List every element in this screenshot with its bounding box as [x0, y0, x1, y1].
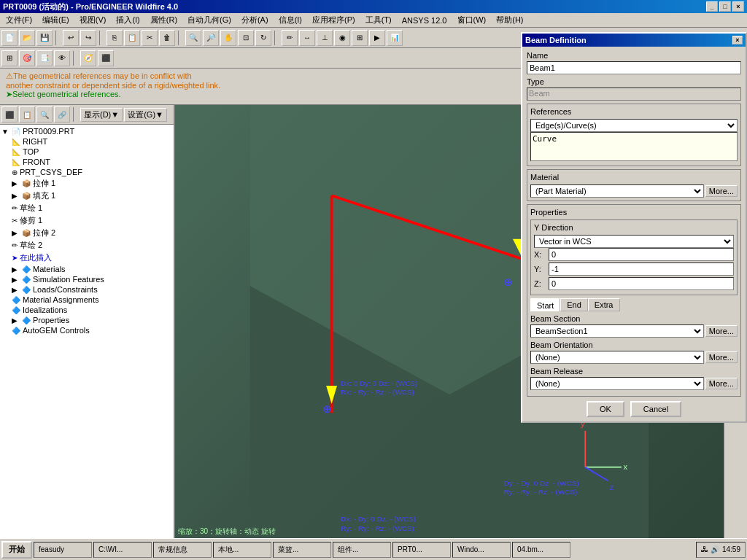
tb-del[interactable]: 🗑: [159, 30, 175, 46]
minimize-button[interactable]: _: [706, 1, 718, 12]
beam-orientation-more-button[interactable]: More...: [705, 351, 738, 363]
tree-lashen2[interactable]: ▶ 📦 拉伸 2: [1, 227, 172, 239]
tb2-view[interactable]: 👁: [54, 50, 70, 66]
y-coord-input[interactable]: [549, 262, 734, 276]
tree-insert[interactable]: ➤ 在此插入: [1, 252, 172, 264]
tb-zoom-in[interactable]: 🔍: [185, 30, 201, 46]
taskbar-local[interactable]: 本地...: [213, 542, 271, 558]
tab-start[interactable]: Start: [530, 298, 560, 311]
tb-dim[interactable]: ↔: [299, 30, 315, 46]
tb-undo[interactable]: ↩: [63, 30, 79, 46]
menu-auto[interactable]: 自动几何(G): [183, 13, 236, 27]
expand-materials[interactable]: ▶: [12, 265, 22, 273]
tb-section[interactable]: ◉: [334, 30, 350, 46]
settings-dropdown[interactable]: 设置(G)▼: [124, 108, 167, 122]
tree-xiujian1[interactable]: ✂ 修剪 1: [1, 214, 172, 227]
expand-root[interactable]: ▼: [1, 128, 12, 136]
lt-icon2[interactable]: 📋: [19, 106, 35, 122]
taskbar-general[interactable]: 常规信息: [153, 542, 212, 558]
menu-info[interactable]: 信息(I): [274, 13, 306, 27]
tb2-layer[interactable]: 📑: [36, 50, 53, 66]
tree-properties[interactable]: ▶ 🔷 Properties: [1, 315, 172, 325]
tb-rotate[interactable]: ↻: [255, 30, 271, 46]
curve-textarea[interactable]: Curve: [530, 132, 738, 161]
references-select[interactable]: Edge(s)/Curve(s): [530, 119, 738, 132]
tree-caohui1[interactable]: ✏ 草绘 1: [1, 202, 172, 214]
material-select[interactable]: (Part Material): [530, 184, 704, 198]
material-more-button[interactable]: More...: [705, 185, 738, 197]
taskbar-feasudy[interactable]: feasudy: [34, 542, 92, 558]
tb-pan[interactable]: ✋: [220, 30, 236, 46]
tab-end[interactable]: End: [560, 298, 588, 311]
taskbar-basket[interactable]: 菜篮...: [273, 542, 331, 558]
expand-simfeatures[interactable]: ▶: [12, 276, 22, 284]
menu-window[interactable]: 窗口(W): [453, 13, 491, 27]
tree-root[interactable]: ▼ 📄 PRT0009.PRT: [1, 126, 172, 136]
expand-properties[interactable]: ▶: [12, 316, 22, 324]
taskbar-04bm[interactable]: 04.bm...: [512, 542, 570, 558]
tb-constraint[interactable]: ⊥: [317, 30, 333, 46]
maximize-button[interactable]: □: [719, 1, 731, 12]
menu-apps[interactable]: 应用程序(P): [308, 13, 360, 27]
menu-tools[interactable]: 工具(T): [361, 13, 396, 27]
dialog-close-button[interactable]: ×: [732, 36, 743, 44]
taskbar-prt[interactable]: PRT0...: [392, 542, 451, 558]
tree-lashen1[interactable]: ▶ 📦 拉伸 1: [1, 177, 172, 190]
menu-file[interactable]: 文件(F): [1, 13, 36, 27]
tb-paste[interactable]: 📋: [124, 30, 140, 46]
tb2-orient[interactable]: 🧭: [80, 50, 96, 66]
tree-autogem[interactable]: 🔷 AutoGEM Controls: [1, 325, 172, 335]
expand-tianchong1[interactable]: ▶: [12, 192, 22, 200]
tab-extra[interactable]: Extra: [588, 298, 620, 311]
tb-run[interactable]: ▶: [369, 30, 385, 46]
tb-open[interactable]: 📂: [19, 30, 35, 46]
lt-icon4[interactable]: 🔗: [54, 106, 70, 122]
tb-copy[interactable]: ⎘: [107, 30, 123, 46]
menu-view[interactable]: 视图(V): [75, 13, 111, 27]
tb-fit[interactable]: ⊡: [238, 30, 254, 46]
beam-release-more-button[interactable]: More...: [705, 378, 738, 389]
show-dropdown[interactable]: 显示(D)▼: [80, 108, 123, 122]
tb-sketch[interactable]: ✏: [282, 30, 298, 46]
expand-lashen1[interactable]: ▶: [12, 179, 22, 187]
tree-matsign[interactable]: 🔷 Material Assignments: [1, 295, 172, 305]
start-button[interactable]: 开始: [1, 541, 32, 559]
tree-caohui2[interactable]: ✏ 草绘 2: [1, 239, 172, 252]
tb2-front[interactable]: ⬛: [98, 50, 114, 66]
expand-loads[interactable]: ▶: [12, 286, 22, 294]
tree-loads[interactable]: ▶ 🔷 Loads/Constraints: [1, 284, 172, 295]
menu-edit[interactable]: 编辑(E): [38, 13, 74, 27]
menu-help[interactable]: 帮助(H): [492, 13, 527, 27]
tb-save[interactable]: 💾: [36, 30, 53, 46]
tb-results[interactable]: 📊: [387, 30, 403, 46]
expand-lashen2[interactable]: ▶: [12, 229, 22, 237]
tb-zoom-out[interactable]: 🔎: [203, 30, 219, 46]
tb2-grid[interactable]: ⊞: [1, 50, 18, 66]
tree-front[interactable]: 📐 FRONT: [1, 157, 172, 167]
lt-icon3[interactable]: 🔍: [36, 106, 53, 122]
close-button[interactable]: ×: [732, 1, 744, 12]
tree-prt-csys[interactable]: ⊕ PRT_CSYS_DEF: [1, 167, 172, 177]
tb-new[interactable]: 📄: [1, 30, 18, 46]
z-coord-input[interactable]: [549, 277, 734, 290]
tree-tianchong1[interactable]: ▶ 📦 填充 1: [1, 190, 172, 202]
tree-right[interactable]: 📐 RIGHT: [1, 136, 172, 147]
tb2-snap[interactable]: 🎯: [19, 50, 35, 66]
menu-props[interactable]: 属性(R): [146, 13, 182, 27]
menu-insert[interactable]: 插入(I): [112, 13, 144, 27]
ok-button[interactable]: OK: [587, 401, 624, 417]
beam-section-select[interactable]: BeamSection1: [530, 324, 704, 338]
tree-materials[interactable]: ▶ 🔷 Materials: [1, 264, 172, 274]
tree-top[interactable]: 📐 TOP: [1, 147, 172, 157]
beam-release-select[interactable]: (None): [530, 377, 704, 390]
cancel-button[interactable]: Cancel: [630, 401, 681, 417]
name-input[interactable]: [527, 61, 741, 74]
tree-simfeatures[interactable]: ▶ 🔷 Simulation Features: [1, 274, 172, 284]
taskbar-windo[interactable]: Windo...: [452, 542, 511, 558]
beam-orientation-select[interactable]: (None): [530, 351, 704, 364]
beam-section-more-button[interactable]: More...: [705, 325, 738, 337]
menu-ansys[interactable]: ANSYS 12.0: [398, 15, 452, 26]
taskbar-cwi[interactable]: C:\WI...: [93, 542, 152, 558]
title-bar-buttons[interactable]: _ □ ×: [706, 1, 744, 12]
tb-redo[interactable]: ↪: [80, 30, 96, 46]
